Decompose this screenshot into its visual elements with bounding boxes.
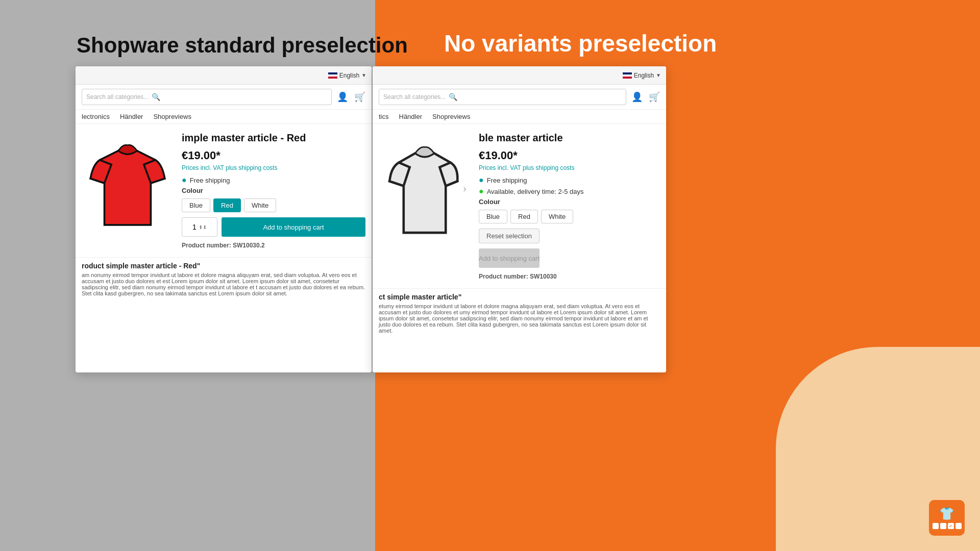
nav-item-handler-right[interactable]: Händler — [399, 113, 423, 120]
colour-btn-blue-right[interactable]: Blue — [479, 210, 507, 223]
right-shipping-row: ● Free shipping — [479, 176, 660, 185]
nav-item-shopreviews-left[interactable]: Shopreviews — [153, 113, 191, 120]
person-icon-left[interactable]: 👤 — [337, 91, 348, 103]
right-price: €19.00* — [479, 149, 660, 162]
right-search-bar[interactable]: Search all categories... 🔍 — [379, 89, 626, 105]
add-to-cart-label-left: Add to shopping cart — [263, 223, 324, 231]
plugin-dots-row: ✓ — [933, 523, 962, 529]
right-available-text: Available, delivery time: 2-5 days — [487, 188, 584, 195]
left-product-number-label: Product number: — [182, 242, 231, 249]
nav-item-handler-left[interactable]: Händler — [120, 113, 143, 120]
right-free-shipping: Free shipping — [487, 177, 527, 184]
left-title: Shopware standard preselection — [77, 33, 408, 58]
add-to-cart-btn-left[interactable]: Add to shopping cart — [222, 217, 365, 237]
flag-icon-right — [623, 72, 632, 79]
left-free-shipping: Free shipping — [190, 177, 230, 184]
right-nav-icons: 👤 🛒 — [631, 91, 660, 103]
dot-sq-3: ✓ — [948, 523, 954, 529]
reset-selection-btn[interactable]: Reset selection — [479, 229, 540, 243]
dot-sq-1 — [933, 523, 939, 529]
search-icon-right: 🔍 — [449, 93, 457, 101]
shipping-dot-left: ● — [182, 176, 187, 185]
right-title: No variants preselection — [444, 30, 717, 57]
right-product-number-label: Product number: — [479, 273, 528, 280]
dot-sq-2 — [940, 523, 946, 529]
left-language-label: English — [339, 72, 359, 79]
chevron-down-icon-left: ▼ — [361, 72, 366, 78]
left-colour-buttons: Blue Red White — [182, 198, 365, 212]
colour-btn-red-right[interactable]: Red — [510, 210, 538, 223]
colour-btn-blue-left[interactable]: Blue — [182, 198, 210, 212]
right-colour-buttons: Blue Red White — [479, 210, 660, 223]
left-shipping-row: ● Free shipping — [182, 176, 365, 185]
colour-btn-white-right[interactable]: White — [541, 210, 573, 223]
qty-arrows-left: ⬆⬇ — [199, 224, 207, 230]
cart-icon-left[interactable]: 🛒 — [354, 91, 365, 103]
left-browser-desc: roduct simple master article - Red" am n… — [76, 257, 372, 300]
add-to-cart-btn-right[interactable]: Add to shopping cart — [479, 248, 540, 268]
colour-btn-red-left[interactable]: Red — [213, 198, 241, 212]
right-available-row: ● Available, delivery time: 2-5 days — [479, 187, 660, 196]
right-browser-menu: tics Händler Shopreviews — [373, 110, 666, 124]
add-to-cart-label-right: Add to shopping cart — [479, 255, 540, 262]
left-product-details: imple master article - Red €19.00* Price… — [182, 132, 365, 249]
right-product-area: › ble master article €19.00* Prices incl… — [373, 124, 666, 288]
right-product-number: Product number: SW10030 — [479, 273, 660, 280]
cart-icon-right[interactable]: 🛒 — [649, 91, 660, 103]
left-product-image — [82, 132, 174, 234]
left-vat-text: Prices incl. VAT plus shipping costs — [182, 164, 365, 171]
page-wrapper: Shopware standard preselection No varian… — [0, 0, 980, 551]
person-icon-right[interactable]: 👤 — [631, 91, 643, 103]
left-browser-navbar: Search all categories... 🔍 👤 🛒 — [76, 85, 372, 110]
left-colour-label: Colour — [182, 187, 365, 194]
right-browser-navbar: Search all categories... 🔍 👤 🛒 — [373, 85, 666, 110]
right-browser-desc: ct simple master article" etumy eirmod t… — [373, 288, 666, 338]
nav-item-electronics-left[interactable]: lectronics — [82, 113, 110, 120]
dot-sq-4 — [955, 523, 962, 529]
left-nav-icons: 👤 🛒 — [337, 91, 365, 103]
reset-selection-label: Reset selection — [486, 232, 532, 240]
left-product-title: imple master article - Red — [182, 132, 365, 144]
right-product-details: ble master article €19.00* Prices incl. … — [479, 132, 660, 280]
right-search-text: Search all categories... — [383, 93, 446, 101]
right-language-label: English — [634, 72, 654, 79]
right-language-selector[interactable]: English ▼ — [623, 72, 661, 79]
left-browser-window: English ▼ Search all categories... 🔍 👤 🛒… — [76, 66, 372, 372]
right-vat-text: Prices incl. VAT plus shipping costs — [479, 164, 660, 171]
product-nav-arrow-right[interactable]: › — [463, 183, 467, 194]
shirt-icon: 👕 — [939, 507, 954, 521]
right-browser-window: English ▼ Search all categories... 🔍 👤 🛒… — [373, 66, 666, 372]
nav-item-electronics-right[interactable]: tics — [379, 113, 389, 120]
right-product-title: ble master article — [479, 132, 660, 144]
left-product-number: Product number: SW10030.2 — [182, 242, 365, 249]
right-colour-label: Colour — [479, 198, 660, 206]
left-qty-value: 1 — [192, 223, 197, 231]
search-icon-left: 🔍 — [152, 93, 160, 101]
nav-item-shopreviews-right[interactable]: Shopreviews — [432, 113, 470, 120]
left-qty-cart-row: 1 ⬆⬇ Add to shopping cart — [182, 217, 365, 237]
right-desc-title: ct simple master article" — [379, 293, 660, 301]
right-desc-text: etumy eirmod tempor invidunt ut labore e… — [379, 303, 660, 334]
right-product-number-value: SW10030 — [530, 273, 557, 280]
left-product-number-value: SW10030.2 — [233, 242, 265, 249]
right-browser-topbar: English ▼ — [373, 66, 666, 85]
chevron-down-icon-right: ▼ — [656, 72, 661, 78]
colour-btn-white-left[interactable]: White — [244, 198, 276, 212]
available-dot-right: ● — [479, 187, 484, 196]
plugin-icon[interactable]: 👕 ✓ — [929, 500, 965, 536]
left-quantity-selector[interactable]: 1 ⬆⬇ — [182, 217, 217, 237]
left-search-bar[interactable]: Search all categories... 🔍 — [82, 89, 332, 105]
left-product-area: imple master article - Red €19.00* Price… — [76, 124, 372, 257]
right-product-image: › — [379, 132, 471, 244]
left-search-text: Search all categories... — [86, 93, 149, 101]
flag-icon-left — [328, 72, 337, 79]
left-browser-menu: lectronics Händler Shopreviews — [76, 110, 372, 124]
shipping-dot-right: ● — [479, 176, 484, 185]
left-desc-title: roduct simple master article - Red" — [82, 262, 365, 270]
left-desc-text: am nonumy eirmod tempor invidunt ut labo… — [82, 272, 365, 296]
left-price: €19.00* — [182, 149, 365, 162]
left-language-selector[interactable]: English ▼ — [328, 72, 366, 79]
left-browser-topbar: English ▼ — [76, 66, 372, 85]
